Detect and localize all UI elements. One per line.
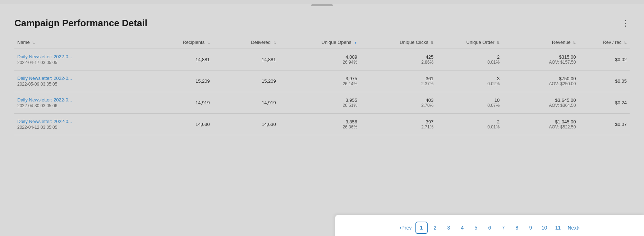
- page-button-9[interactable]: 9: [525, 222, 537, 234]
- page-button-7[interactable]: 7: [497, 222, 510, 234]
- cell-clicks-2: 403 2.70%: [360, 92, 436, 114]
- sort-icon-name: ⇅: [32, 41, 35, 45]
- next-arrow-icon: ›: [578, 225, 580, 231]
- col-header-unique-opens[interactable]: Unique Opens ▼: [279, 36, 360, 49]
- cell-delivered-2: 14,919: [213, 92, 279, 114]
- header: Campaign Performance Detail ⋮: [0, 6, 644, 36]
- col-header-revenue[interactable]: Revenue ⇅: [502, 36, 579, 49]
- col-header-delivered[interactable]: Delivered ⇅: [213, 36, 279, 49]
- col-header-name[interactable]: Name ⇅: [14, 36, 147, 49]
- page-button-1[interactable]: 1: [415, 222, 428, 234]
- cell-delivered-1: 15,209: [213, 71, 279, 92]
- sort-icon-delivered: ⇅: [273, 41, 276, 45]
- cell-order-2: 10 0.07%: [436, 92, 502, 114]
- next-button[interactable]: Next ›: [566, 222, 582, 234]
- cell-order-3: 2 0.01%: [436, 114, 502, 135]
- cell-clicks-0: 425 2.86%: [360, 49, 436, 71]
- cell-order-1: 3 0.02%: [436, 71, 502, 92]
- cell-recipients-0: 14,881: [147, 49, 213, 71]
- cell-revenue-3: $1,045.00 AOV: $522.50: [502, 114, 579, 135]
- campaign-date-0: 2022-04-17 03:05:05: [17, 60, 144, 65]
- table-header: Name ⇅ Recipients ⇅ Delivered ⇅ Unique O…: [14, 36, 630, 49]
- cell-revrec-3: $0.07: [579, 114, 630, 135]
- cell-revenue-1: $750.00 AOV: $250.00: [502, 71, 579, 92]
- page-button-11[interactable]: 11: [552, 222, 564, 234]
- cell-name-3: Daily Newsletter: 2022-0... 2022-04-12 0…: [14, 114, 147, 135]
- sort-icon-revrec: ⇅: [624, 41, 627, 45]
- campaign-date-3: 2022-04-12 03:05:05: [17, 125, 144, 130]
- table-row: Daily Newsletter: 2022-0... 2022-04-30 0…: [14, 92, 630, 114]
- page-button-8[interactable]: 8: [511, 222, 523, 234]
- cell-name-0: Daily Newsletter: 2022-0... 2022-04-17 0…: [14, 49, 147, 71]
- cell-recipients-2: 14,919: [147, 92, 213, 114]
- table-row: Daily Newsletter: 2022-0... 2022-04-17 0…: [14, 49, 630, 71]
- table-row: Daily Newsletter: 2022-0... 2022-05-09 0…: [14, 71, 630, 92]
- cell-recipients-3: 14,630: [147, 114, 213, 135]
- page-button-2[interactable]: 2: [429, 222, 441, 234]
- cell-revrec-2: $0.24: [579, 92, 630, 114]
- page-button-4[interactable]: 4: [456, 222, 469, 234]
- page-button-6[interactable]: 6: [484, 222, 496, 234]
- cell-recipients-1: 15,209: [147, 71, 213, 92]
- more-options-icon[interactable]: ⋮: [621, 19, 630, 27]
- cell-order-0: 2 0.01%: [436, 49, 502, 71]
- cell-delivered-3: 14,630: [213, 114, 279, 135]
- cell-opens-1: 3,975 26.14%: [279, 71, 360, 92]
- page-container: Campaign Performance Detail ⋮ Name ⇅ Rec…: [0, 4, 644, 236]
- sort-icon-recipients: ⇅: [207, 41, 210, 45]
- cell-delivered-0: 14,881: [213, 49, 279, 71]
- sort-icon-opens: ▼: [354, 41, 357, 45]
- page-button-5[interactable]: 5: [470, 222, 482, 234]
- table-wrapper: Name ⇅ Recipients ⇅ Delivered ⇅ Unique O…: [0, 36, 644, 135]
- cell-clicks-3: 397 2.71%: [360, 114, 436, 135]
- sort-icon-order: ⇅: [497, 41, 500, 45]
- page-button-3[interactable]: 3: [443, 222, 455, 234]
- cell-opens-0: 4,009 26.94%: [279, 49, 360, 71]
- campaign-table: Name ⇅ Recipients ⇅ Delivered ⇅ Unique O…: [14, 36, 630, 135]
- sort-icon-clicks: ⇅: [431, 41, 433, 45]
- cell-revenue-0: $315.00 AOV: $157.50: [502, 49, 579, 71]
- cell-revrec-0: $0.02: [579, 49, 630, 71]
- col-header-recipients[interactable]: Recipients ⇅: [147, 36, 213, 49]
- col-header-rev-rec[interactable]: Rev / rec ⇅: [579, 36, 630, 49]
- campaign-name-1[interactable]: Daily Newsletter: 2022-0...: [17, 76, 144, 81]
- campaign-date-2: 2022-04-30 03:05:06: [17, 103, 144, 108]
- cell-opens-2: 3,955 26.51%: [279, 92, 360, 114]
- campaign-name-2[interactable]: Daily Newsletter: 2022-0...: [17, 97, 144, 103]
- cell-revrec-1: $0.05: [579, 71, 630, 92]
- table-row: Daily Newsletter: 2022-0... 2022-04-12 0…: [14, 114, 630, 135]
- prev-button[interactable]: ‹ Prev: [397, 222, 414, 234]
- pagination-panel: ‹ Prev 1 2 3 4 5 6 7 8 9 10 11 Next ›: [335, 215, 644, 236]
- sort-icon-revenue: ⇅: [573, 41, 576, 45]
- campaign-name-3[interactable]: Daily Newsletter: 2022-0...: [17, 119, 144, 124]
- page-title: Campaign Performance Detail: [14, 18, 147, 29]
- cell-name-1: Daily Newsletter: 2022-0... 2022-05-09 0…: [14, 71, 147, 92]
- cell-clicks-1: 361 2.37%: [360, 71, 436, 92]
- cell-opens-3: 3,856 26.36%: [279, 114, 360, 135]
- table-body: Daily Newsletter: 2022-0... 2022-04-17 0…: [14, 49, 630, 135]
- col-header-unique-clicks[interactable]: Unique Clicks ⇅: [360, 36, 436, 49]
- campaign-date-1: 2022-05-09 03:05:05: [17, 82, 144, 87]
- col-header-unique-order[interactable]: Unique Order ⇅: [436, 36, 502, 49]
- campaign-name-0[interactable]: Daily Newsletter: 2022-0...: [17, 54, 144, 59]
- cell-name-2: Daily Newsletter: 2022-0... 2022-04-30 0…: [14, 92, 147, 114]
- page-button-10[interactable]: 10: [538, 222, 551, 234]
- cell-revenue-2: $3,645.00 AOV: $364.50: [502, 92, 579, 114]
